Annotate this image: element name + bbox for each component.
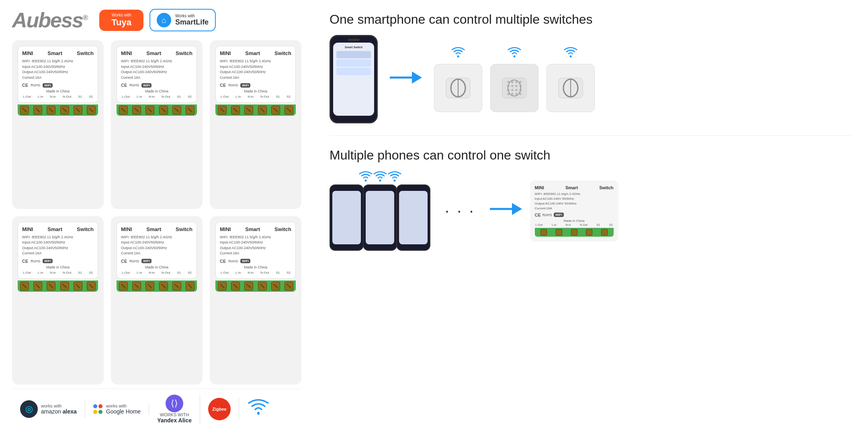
device-card-2 xyxy=(490,47,538,112)
devices-group xyxy=(434,47,595,112)
right-panel: One smartphone can control multiple swit… xyxy=(313,0,868,434)
wifi-icon xyxy=(247,398,270,420)
svg-point-3 xyxy=(457,55,459,57)
wifi-signal-phone1 xyxy=(358,171,373,182)
section-divider xyxy=(330,135,852,136)
svg-marker-2 xyxy=(412,72,422,84)
svg-point-26 xyxy=(569,55,571,57)
zigbee-logo-item: Zigbee xyxy=(200,398,239,420)
google-icon xyxy=(93,404,103,414)
terminal-block-6 xyxy=(215,280,296,292)
arrow-right-icon xyxy=(390,66,422,93)
svg-point-7 xyxy=(513,55,515,57)
device-card-1 xyxy=(434,47,482,112)
smartlife-badge: ⌂ Works with SmartLife xyxy=(149,9,216,31)
switch-card-2: MINI Smart Switch WIFI: IEEE802.11 b/g/h… xyxy=(111,40,203,209)
terminal-block-5 xyxy=(117,280,197,292)
brand-name: Aubess xyxy=(12,8,83,32)
svg-point-14 xyxy=(511,85,514,87)
section1-title: One smartphone can control multiple swit… xyxy=(330,12,852,27)
switch-card-4: MINI Smart Switch WIFI: IEEE802.11 b/g/h… xyxy=(12,216,104,385)
svg-point-19 xyxy=(515,89,518,91)
header: Aubess® Works with Tuya ⌂ Works with Sma… xyxy=(12,8,301,36)
alexa-icon: ◎ xyxy=(20,400,38,418)
wifi-signal-1 xyxy=(451,47,465,61)
bottom-logos: ◎ works with amazon alexa works with Goo… xyxy=(12,389,301,426)
svg-rect-8 xyxy=(502,78,526,98)
switch-right-terminal xyxy=(535,228,614,237)
svg-point-0 xyxy=(257,412,260,415)
device-card-3 xyxy=(547,47,595,112)
wifi-signal-phone3 xyxy=(387,171,402,182)
dots-separator: · · · xyxy=(445,202,475,220)
section-two-multi-phones: Multiple phones can control one switch xyxy=(330,148,852,251)
switch-card-6: MINI Smart Switch WIFI: IEEE802.11 b/g/h… xyxy=(210,216,301,385)
switch-device-1 xyxy=(434,64,482,112)
brand-logo: Aubess® xyxy=(12,8,87,32)
wifi-signals-group xyxy=(358,171,402,182)
switch-device-2 xyxy=(490,64,538,112)
switch-card-5: MINI Smart Switch WIFI: IEEE802.11 b/g/h… xyxy=(111,216,203,385)
terminal-block-3 xyxy=(215,104,296,116)
svg-marker-34 xyxy=(512,203,522,215)
switch-grid: MINI Smart Switch WIFI: IEEE802.11 b/g/h… xyxy=(12,40,301,385)
wifi-signal-phone2 xyxy=(373,171,387,182)
switch-card-3: MINI Smart Switch WIFI: IEEE802.11 b/g/h… xyxy=(210,40,301,209)
badge-group: Works with Tuya ⌂ Works with SmartLife xyxy=(99,9,216,31)
arrow-right-2-icon xyxy=(490,197,522,225)
single-switch-card: MINI Smart Switch WIFI: IEEE802.11 b/g/n… xyxy=(530,180,618,242)
left-panel: Aubess® Works with Tuya ⌂ Works with Sma… xyxy=(0,0,313,434)
section2-title: Multiple phones can control one switch xyxy=(330,148,852,163)
svg-point-18 xyxy=(511,89,514,91)
phone-multi-2 xyxy=(363,184,397,251)
phone-multi-3 xyxy=(396,184,430,251)
switch-card-1: MINI Smart Switch WIFI: IEEE802.11 b/g/h… xyxy=(12,40,104,209)
svg-point-32 xyxy=(393,180,395,182)
terminal-block-2 xyxy=(117,104,197,116)
svg-point-31 xyxy=(379,180,381,182)
svg-point-15 xyxy=(515,85,518,87)
terminal-block-4 xyxy=(18,280,98,292)
phone-multi-1 xyxy=(330,184,364,251)
yandex-logo-item: ⟨⟩ WORKS WITH Yandex Alice xyxy=(149,395,200,424)
zigbee-icon: Zigbee xyxy=(208,398,231,420)
yandex-icon: ⟨⟩ xyxy=(166,395,183,412)
google-home-logo-item: works with Google Home xyxy=(85,403,149,415)
tuya-badge: Works with Tuya xyxy=(99,10,143,31)
wifi-signal-3 xyxy=(563,47,578,61)
terminal-block-1 xyxy=(18,104,98,116)
wifi-logo-item xyxy=(239,398,278,420)
wifi-signal-2 xyxy=(507,47,522,61)
phones-row xyxy=(330,184,430,251)
switch-device-3 xyxy=(547,64,595,112)
alexa-logo-item: ◎ works with amazon alexa xyxy=(12,400,85,418)
section-one-phone-controls-multi: One smartphone can control multiple swit… xyxy=(330,12,852,123)
svg-point-30 xyxy=(364,180,366,182)
smartlife-icon: ⌂ xyxy=(157,13,171,27)
smartphone-illustration: Smart Switch xyxy=(330,35,378,123)
